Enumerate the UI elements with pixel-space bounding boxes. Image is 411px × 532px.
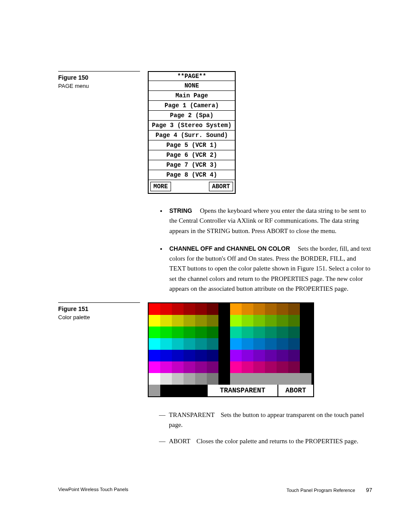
palette-swatch[interactable] — [288, 315, 300, 327]
palette-swatch[interactable] — [265, 303, 277, 315]
palette-swatch[interactable] — [184, 373, 195, 385]
palette-swatch[interactable] — [195, 350, 207, 361]
palette-swatch[interactable] — [300, 315, 311, 327]
palette-swatch[interactable] — [195, 303, 207, 315]
palette-swatch[interactable] — [277, 338, 288, 350]
palette-swatch[interactable] — [160, 315, 172, 327]
palette-swatch[interactable] — [265, 361, 277, 373]
palette-swatch[interactable] — [253, 361, 265, 373]
palette-swatch[interactable] — [218, 338, 230, 350]
palette-swatch[interactable] — [230, 303, 242, 315]
palette-swatch[interactable] — [265, 327, 277, 338]
palette-abort-button[interactable]: ABORT — [277, 385, 313, 396]
page-menu-item[interactable]: Page 4 (Surr. Sound) — [149, 130, 235, 140]
page-menu-item[interactable]: Page 6 (VCR 2) — [149, 150, 235, 160]
palette-swatch[interactable] — [265, 373, 277, 385]
palette-swatch[interactable] — [172, 338, 184, 350]
palette-swatch[interactable] — [149, 373, 160, 385]
page-menu-item[interactable]: Page 2 (Spa) — [149, 110, 235, 120]
palette-swatch[interactable] — [195, 373, 207, 385]
palette-swatch[interactable] — [253, 373, 265, 385]
palette-swatch[interactable] — [288, 338, 300, 350]
palette-swatch[interactable] — [218, 350, 230, 361]
page-menu-item[interactable]: Page 5 (VCR 1) — [149, 140, 235, 150]
palette-swatch[interactable] — [253, 327, 265, 338]
palette-swatch[interactable] — [265, 350, 277, 361]
palette-swatch[interactable] — [300, 361, 311, 373]
palette-swatch[interactable] — [207, 350, 218, 361]
palette-swatch[interactable] — [207, 361, 218, 373]
palette-swatch[interactable] — [149, 350, 160, 361]
palette-swatch[interactable] — [184, 338, 195, 350]
palette-swatch[interactable] — [149, 361, 160, 373]
palette-swatch[interactable] — [242, 338, 253, 350]
palette-swatch[interactable] — [207, 338, 218, 350]
palette-swatch[interactable] — [253, 350, 265, 361]
palette-swatch[interactable] — [277, 303, 288, 315]
palette-swatch[interactable] — [160, 361, 172, 373]
palette-swatch[interactable] — [195, 338, 207, 350]
palette-swatch[interactable] — [207, 315, 218, 327]
palette-swatch[interactable] — [172, 315, 184, 327]
palette-swatch[interactable] — [242, 303, 253, 315]
page-menu-item[interactable]: Main Page — [149, 90, 235, 100]
palette-swatch[interactable] — [218, 303, 230, 315]
page-menu-item[interactable]: Page 1 (Camera) — [149, 100, 235, 110]
palette-swatch[interactable] — [172, 303, 184, 315]
more-button[interactable]: MORE — [150, 182, 171, 191]
palette-swatch[interactable] — [218, 315, 230, 327]
palette-swatch[interactable] — [242, 373, 253, 385]
abort-button[interactable]: ABORT — [209, 182, 233, 191]
palette-swatch[interactable] — [288, 361, 300, 373]
page-menu-item[interactable]: Page 3 (Stereo System) — [149, 120, 235, 130]
palette-swatch[interactable] — [230, 338, 242, 350]
palette-swatch[interactable] — [207, 303, 218, 315]
palette-swatch[interactable] — [160, 350, 172, 361]
palette-swatch[interactable] — [149, 303, 160, 315]
palette-swatch[interactable] — [230, 315, 242, 327]
palette-swatch[interactable] — [230, 327, 242, 338]
palette-swatch[interactable] — [300, 373, 311, 385]
palette-swatch[interactable] — [265, 338, 277, 350]
palette-swatch[interactable] — [160, 373, 172, 385]
palette-swatch[interactable] — [300, 350, 311, 361]
palette-swatch[interactable] — [195, 361, 207, 373]
palette-swatch[interactable] — [172, 373, 184, 385]
palette-swatch[interactable] — [160, 338, 172, 350]
palette-swatch[interactable] — [172, 327, 184, 338]
palette-swatch[interactable] — [288, 350, 300, 361]
palette-swatch[interactable] — [242, 350, 253, 361]
palette-swatch[interactable] — [277, 361, 288, 373]
palette-swatch[interactable] — [242, 315, 253, 327]
palette-swatch[interactable] — [253, 338, 265, 350]
page-menu-item[interactable]: Page 8 (VCR 4) — [149, 170, 235, 180]
palette-swatch[interactable] — [300, 327, 311, 338]
palette-swatch[interactable] — [160, 303, 172, 315]
palette-swatch[interactable] — [218, 361, 230, 373]
palette-swatch[interactable] — [195, 315, 207, 327]
palette-swatch[interactable] — [184, 303, 195, 315]
palette-swatch[interactable] — [300, 303, 311, 315]
palette-swatch[interactable] — [253, 315, 265, 327]
palette-swatch[interactable] — [288, 303, 300, 315]
palette-swatch[interactable] — [242, 327, 253, 338]
palette-swatch[interactable] — [300, 338, 311, 350]
palette-swatch[interactable] — [149, 315, 160, 327]
palette-swatch[interactable] — [172, 350, 184, 361]
palette-swatch[interactable] — [184, 350, 195, 361]
palette-swatch[interactable] — [218, 327, 230, 338]
page-menu-item[interactable]: Page 7 (VCR 3) — [149, 160, 235, 170]
transparent-button[interactable]: TRANSPARENT — [207, 385, 277, 396]
palette-swatch[interactable] — [230, 350, 242, 361]
palette-swatch[interactable] — [172, 361, 184, 373]
palette-swatch[interactable] — [195, 327, 207, 338]
palette-swatch[interactable] — [218, 373, 230, 385]
page-menu-item[interactable]: NONE — [149, 81, 235, 90]
palette-swatch[interactable] — [207, 327, 218, 338]
palette-swatch[interactable] — [277, 327, 288, 338]
palette-swatch[interactable] — [149, 338, 160, 350]
palette-swatch[interactable] — [277, 350, 288, 361]
palette-swatch[interactable] — [160, 327, 172, 338]
palette-swatch[interactable] — [184, 315, 195, 327]
palette-swatch[interactable] — [184, 327, 195, 338]
